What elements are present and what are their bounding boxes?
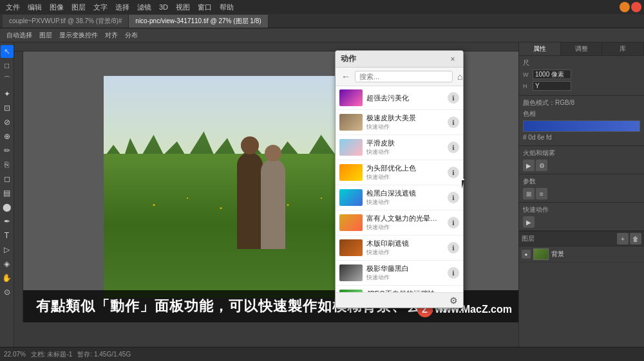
rp-quickact-label: 快速动作 (523, 205, 640, 214)
menu-items-left: 文件 编辑 图像 图层 文字 选择 滤镜 3D 视图 窗口 帮助 (3, 1, 237, 14)
plugin-item-action-btn[interactable]: ℹ (448, 192, 459, 203)
rp-hex-label: # 0d 6e fd (523, 134, 640, 141)
plugin-list-item[interactable]: 富有人文魅力的光晕渐变镜 快速动作 ℹ (336, 210, 463, 236)
toolbar-transform[interactable]: 显示变换控件 (57, 30, 100, 41)
plugin-item-info: 木版印刷遮镜 快速动作 (366, 239, 444, 257)
head1 (241, 136, 259, 154)
rp-width-row: W (523, 69, 640, 79)
plugin-item-thumb (339, 290, 363, 292)
tool-spot-heal[interactable]: ⊕ (1, 130, 14, 143)
plugin-search-bar: ← ⌂ (336, 68, 463, 86)
menu-edit[interactable]: 编辑 (24, 1, 45, 14)
tool-lasso[interactable]: ⌒ (1, 73, 14, 86)
rp-height-input[interactable] (533, 81, 571, 91)
plugin-list-item[interactable]: 为头部优化上色 快速动作 ℹ (336, 160, 463, 185)
toolbar-auto-select[interactable]: 自动选择 (4, 30, 35, 41)
toolbar-align[interactable]: 对齐 (102, 30, 120, 41)
plugin-list-item[interactable]: 平滑皮肤 快速动作 ℹ (336, 135, 463, 160)
menu-layer[interactable]: 图层 (68, 1, 89, 14)
rp-tab-library[interactable]: 库 (602, 42, 644, 55)
plugin-search-input[interactable] (355, 71, 453, 82)
layers-panel: 图层 + 🗑 ● 背景 (519, 231, 644, 361)
plugin-item-action-btn[interactable]: ℹ (448, 217, 459, 228)
menu-select[interactable]: 选择 (112, 1, 133, 14)
plugin-footer: ⚙ (336, 292, 463, 308)
menu-window[interactable]: 窗口 (194, 1, 215, 14)
plugin-item-info: JPEG不自然的污秽祛清除 快速动作 (366, 289, 444, 292)
tool-dodge[interactable]: ⬤ (1, 201, 14, 214)
plugin-list-item[interactable]: 极速皮肤大美景 快速动作 ℹ (336, 110, 463, 135)
tool-shape[interactable]: ◈ (1, 257, 14, 270)
toolbar-distribute[interactable]: 分布 (122, 30, 140, 41)
minimize-button[interactable] (620, 2, 630, 12)
tool-eraser[interactable]: ◻ (1, 172, 14, 185)
plugin-item-sub: 快速动作 (366, 173, 444, 181)
layers-delete-icon[interactable]: 🗑 (630, 233, 641, 245)
tool-text[interactable]: T (1, 229, 14, 242)
tab-1[interactable]: couple~PXVWUP.tif @ 38.7% (背景/8)# (3, 15, 129, 28)
tool-brush[interactable]: ✏ (1, 144, 14, 157)
plugin-item-title: 超强去污美化 (366, 93, 444, 103)
rp-tab-properties[interactable]: 属性 (519, 42, 561, 55)
rp-size-label: 尺 (523, 59, 640, 68)
plugin-title: 动作 (341, 53, 356, 64)
tool-zoom[interactable]: ⊙ (1, 286, 14, 299)
menu-help[interactable]: 帮助 (216, 1, 237, 14)
plugin-item-thumb (339, 264, 363, 281)
tool-hand[interactable]: ✋ (1, 272, 14, 284)
tab-2[interactable]: nico-pnc/view-3417110.tif @ 27% (图层 1/8) (129, 15, 268, 28)
plugin-item-thumb (339, 239, 363, 256)
layer-eye-background[interactable]: ● (522, 250, 531, 259)
plugin-item-action-btn[interactable]: ℹ (448, 267, 459, 279)
plugin-item-sub: 快速动作 (366, 273, 444, 282)
plugin-list-item[interactable]: 检黑白深浅遮镜 快速动作 ℹ (336, 185, 463, 210)
tool-clone[interactable]: ⎘ (1, 158, 14, 171)
tool-marquee[interactable]: □ (1, 59, 14, 72)
plugin-item-action-btn[interactable]: ℹ (448, 116, 459, 128)
toolbar-layer[interactable]: 图层 (37, 30, 55, 41)
plugin-item-action-btn[interactable]: ℹ (448, 92, 459, 104)
menu-3d[interactable]: 3D (156, 2, 171, 12)
rp-param-icon-2[interactable]: ≡ (536, 188, 547, 199)
plugin-list-item[interactable]: 超强去污美化 ℹ (336, 86, 463, 110)
layer-item-background[interactable]: ● 背景 (519, 246, 644, 263)
layer-thumb-background (533, 248, 549, 260)
menu-view[interactable]: 视图 (173, 1, 193, 14)
plugin-list-item[interactable]: 木版印刷遮镜 快速动作 ℹ (336, 236, 463, 261)
rp-param-icon-1[interactable]: ⊞ (523, 188, 535, 199)
left-toolbar: ↖ □ ⌒ ✦ ⊡ ⊘ ⊕ ✏ ⎘ ◻ ▤ ⬤ ✒ T ▷ ◈ ✋ ⊙ (0, 42, 14, 361)
plugin-settings-button[interactable]: ⚙ (450, 295, 458, 306)
plugin-close-button[interactable]: × (448, 54, 458, 64)
menu-file[interactable]: 文件 (3, 1, 23, 14)
layers-header: 图层 + 🗑 (519, 232, 644, 246)
plugin-item-sub: 快速动作 (366, 123, 444, 131)
rp-width-input[interactable] (533, 69, 571, 79)
plugin-list-item[interactable]: JPEG不自然的污秽祛清除 快速动作 ℹ (336, 286, 463, 292)
rp-tab-adjustments[interactable]: 调整 (561, 42, 603, 55)
plugin-home-button[interactable]: ⌂ (455, 71, 464, 82)
plugin-item-action-btn[interactable]: ℹ (448, 242, 459, 254)
rp-action-icon-1[interactable]: ▶ (523, 160, 535, 171)
menu-image[interactable]: 图像 (46, 1, 67, 14)
rp-quickact-icon-1[interactable]: ▶ (523, 216, 535, 228)
tool-path-select[interactable]: ▷ (1, 243, 14, 256)
plugin-list-item[interactable]: 极影华藤黑白 快速动作 ℹ (336, 261, 463, 286)
layers-add-icon[interactable]: + (617, 233, 629, 245)
tool-crop[interactable]: ⊡ (1, 102, 14, 115)
tool-move[interactable]: ↖ (1, 45, 14, 58)
close-button[interactable] (631, 2, 641, 12)
tool-gradient[interactable]: ▤ (1, 187, 14, 199)
plugin-back-button[interactable]: ← (339, 71, 352, 82)
tabs-bar: couple~PXVWUP.tif @ 38.7% (背景/8)# nico-p… (0, 14, 644, 28)
menu-filter[interactable]: 滤镜 (134, 1, 155, 14)
layer-name-background: 背景 (551, 250, 641, 259)
right-panel-tabs: 属性 调整 库 (519, 42, 644, 56)
ruler-vertical (14, 51, 23, 322)
tool-pen[interactable]: ✒ (1, 215, 14, 228)
menu-text[interactable]: 文字 (90, 1, 111, 14)
rp-action-icon-2[interactable]: ⚙ (536, 160, 547, 171)
tool-magic-wand[interactable]: ✦ (1, 88, 14, 100)
plugin-item-action-btn[interactable]: ℹ (448, 167, 459, 178)
tool-eyedropper[interactable]: ⊘ (1, 116, 14, 129)
plugin-item-action-btn[interactable]: ℹ (448, 142, 459, 153)
